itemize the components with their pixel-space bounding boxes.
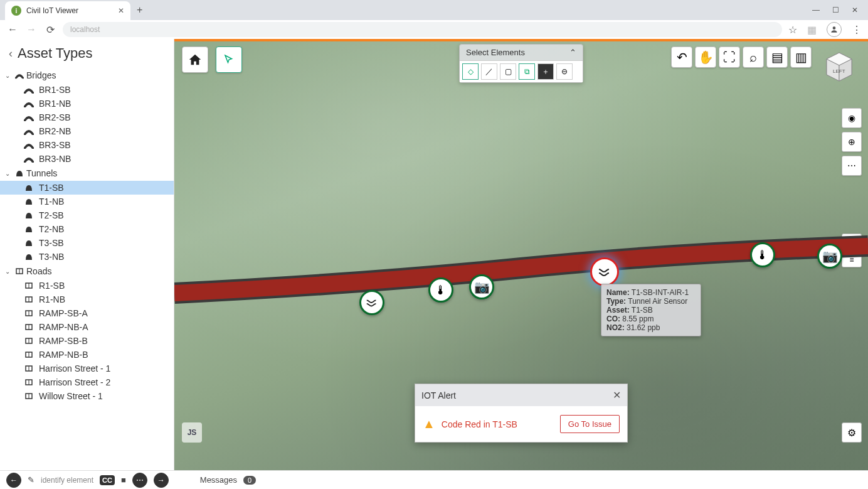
tree-item[interactable]: BR1-NB	[0, 97, 174, 110]
asset-icon	[24, 100, 34, 107]
tree-item[interactable]: R1-NB	[0, 293, 174, 306]
browser-tab[interactable]: i Civil IoT Viewer ✕	[5, 1, 130, 20]
asset-icon	[24, 392, 34, 400]
tree-item[interactable]: BR1-SB	[0, 83, 174, 97]
asset-icon	[24, 253, 34, 261]
url-field[interactable]: localhost	[63, 22, 782, 37]
sidebar: ‹ Asset Types ⌄BridgesBR1-SBBR1-NBBR2-SB…	[0, 39, 174, 470]
panel-collapse-icon[interactable]: ⌃	[569, 48, 576, 57]
sensor-camera-2[interactable]: 📷	[817, 244, 842, 269]
tree-item[interactable]: Willow Street - 1	[0, 389, 174, 403]
globe-tool-button[interactable]: ⊕	[842, 132, 862, 152]
go-to-issue-button[interactable]: Go To Issue	[560, 415, 620, 433]
menu-icon[interactable]: ⋮	[852, 24, 862, 36]
tree-item[interactable]: Harrison Street - 1	[0, 362, 174, 375]
sensor-camera-1[interactable]: 📷	[469, 274, 494, 299]
pan-button[interactable]: ✋	[695, 46, 716, 68]
sensor-air-1[interactable]	[359, 290, 384, 315]
record-icon[interactable]: ■	[121, 475, 126, 485]
tree-item[interactable]: Harrison Street - 2	[0, 375, 174, 389]
fit-view-button[interactable]: ⛶	[719, 46, 740, 68]
tree-item[interactable]: T3-NB	[0, 250, 174, 264]
tree-item[interactable]: T2-NB	[0, 222, 174, 236]
view-a-button[interactable]: ▤	[766, 46, 788, 68]
status-more-button[interactable]: ⋯	[132, 473, 147, 488]
item-label: T2-SB	[39, 210, 64, 220]
tree-item[interactable]: BR2-SB	[0, 110, 174, 124]
cursor-tool-button[interactable]	[216, 46, 242, 73]
viewer-3d[interactable]: Select Elements ⌃ ◇ ／ ▢ ⧉ ＋ ⊖ ↶ ✋ ⛶ ⌕ ▤ …	[174, 39, 868, 470]
asset-icon	[24, 296, 34, 303]
svg-text:LEFT: LEFT	[833, 68, 845, 74]
tree-item[interactable]: R1-SB	[0, 279, 174, 293]
minimize-icon[interactable]: —	[812, 6, 820, 14]
select-box-button[interactable]: ▢	[500, 63, 516, 80]
sidebar-header: ‹ Asset Types	[0, 39, 174, 68]
asset-icon	[24, 114, 34, 121]
tree-item[interactable]: T2-SB	[0, 208, 174, 222]
maximize-icon[interactable]: ☐	[832, 6, 839, 14]
settings-lower-button[interactable]: ⚙	[842, 422, 862, 443]
back-button[interactable]: ←	[6, 24, 19, 35]
window-controls: — ☐ ✕	[812, 6, 868, 14]
more-tools-button[interactable]: ⋯	[842, 156, 862, 176]
sensor-temp-2[interactable]: 🌡	[750, 242, 775, 267]
pencil-icon[interactable]: ✎	[28, 475, 34, 485]
select-remove-button[interactable]: ⊖	[556, 63, 573, 80]
select-line-button[interactable]: ／	[481, 63, 497, 80]
star-icon[interactable]: ☆	[788, 24, 797, 36]
select-add-button[interactable]: ＋	[537, 63, 554, 80]
asset-icon	[24, 184, 34, 191]
group-icon	[15, 267, 24, 275]
tree-item[interactable]: BR3-NB	[0, 152, 174, 166]
tree-item[interactable]: T1-NB	[0, 195, 174, 208]
messages-label[interactable]: Messages	[200, 475, 237, 485]
item-label: T3-NB	[39, 252, 64, 262]
tree-group[interactable]: ⌄Tunnels	[0, 166, 174, 181]
view-b-button[interactable]: ▥	[790, 46, 812, 68]
tab-close-icon[interactable]: ✕	[118, 6, 124, 15]
sensor-temp-1[interactable]: 🌡	[428, 277, 453, 303]
asset-icon	[24, 212, 34, 219]
zoom-window-button[interactable]: ⌕	[743, 46, 764, 68]
tree-item[interactable]: RAMP-SB-A	[0, 306, 174, 320]
tree-item[interactable]: T3-SB	[0, 236, 174, 250]
tree-item[interactable]: RAMP-SB-B	[0, 334, 174, 348]
browser-chrome: i Civil IoT Viewer ✕ + — ☐ ✕ ← → ⟳ local…	[0, 0, 868, 39]
tree-group[interactable]: ⌄Roads	[0, 264, 174, 279]
status-prev-button[interactable]: ←	[6, 473, 21, 488]
svg-point-0	[833, 26, 836, 30]
toolbar-right: ↶ ✋ ⛶ ⌕ ▤ ▥	[671, 46, 812, 68]
tree-item[interactable]: BR2-NB	[0, 124, 174, 138]
item-label: BR1-NB	[39, 99, 71, 109]
tree-group[interactable]: ⌄Bridges	[0, 68, 174, 83]
sidebar-back-icon[interactable]: ‹	[9, 47, 13, 60]
tree-item[interactable]: T1-SB	[0, 181, 174, 195]
reload-button[interactable]: ⟳	[44, 24, 56, 36]
extension-icon[interactable]: ▦	[807, 24, 817, 36]
tooltip-name-label: Name:	[606, 288, 630, 297]
camera-tool-button[interactable]: ◉	[842, 108, 862, 128]
select-group-button[interactable]: ⧉	[519, 63, 535, 80]
toolbar-left	[182, 46, 242, 73]
profile-icon[interactable]	[827, 22, 842, 37]
item-label: BR3-SB	[39, 140, 71, 150]
asset-icon	[24, 155, 34, 163]
tree-item[interactable]: RAMP-NB-B	[0, 348, 174, 362]
undo-button[interactable]: ↶	[671, 46, 692, 68]
item-label: RAMP-SB-A	[39, 308, 88, 318]
chevron-down-icon: ⌄	[5, 170, 13, 177]
sensor-air-alert[interactable]	[590, 257, 619, 286]
alert-close-icon[interactable]: ✕	[613, 389, 621, 401]
tree-item[interactable]: BR3-SB	[0, 138, 174, 152]
item-label: T2-NB	[39, 224, 64, 234]
close-window-icon[interactable]: ✕	[852, 6, 858, 14]
tree-item[interactable]: RAMP-NB-A	[0, 320, 174, 334]
forward-button[interactable]: →	[25, 24, 38, 35]
home-button[interactable]	[182, 46, 208, 73]
view-cube[interactable]: LEFT	[820, 46, 858, 84]
cc-badge[interactable]: CC	[100, 475, 115, 485]
new-tab-button[interactable]: +	[137, 4, 142, 16]
status-next-button[interactable]: →	[154, 473, 169, 488]
select-point-button[interactable]: ◇	[462, 63, 479, 80]
